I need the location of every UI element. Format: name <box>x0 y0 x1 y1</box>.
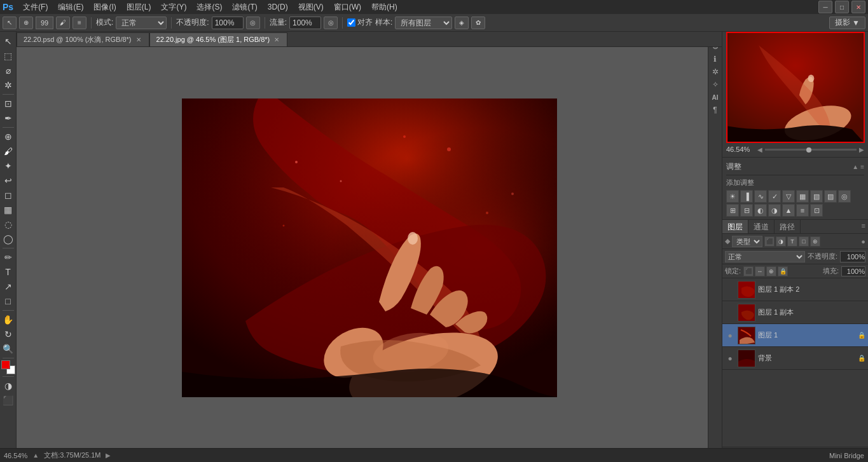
side-icon-ai[interactable]: AI <box>710 92 721 103</box>
filter-adjust[interactable]: ◑ <box>776 236 786 247</box>
opacity-input[interactable] <box>212 17 244 29</box>
zoom-handle[interactable] <box>806 147 811 153</box>
adj-threshold[interactable]: ▲ <box>782 204 795 217</box>
lock-all[interactable]: 🔒 <box>778 266 788 276</box>
tool-rotate-view[interactable]: ↻ <box>1 327 15 341</box>
tool-history-brush[interactable]: ↩ <box>1 173 15 187</box>
sample-option[interactable]: ◈ <box>455 17 469 29</box>
zoom-slider[interactable] <box>765 149 857 151</box>
menu-select[interactable]: 选择(S) <box>192 1 226 14</box>
flow-input[interactable] <box>289 17 321 29</box>
layer-item-2[interactable]: ● 图层 1 副本 <box>722 301 868 324</box>
status-arrow[interactable]: ▲ <box>32 452 39 459</box>
brush-settings[interactable]: 🖌 <box>56 17 70 29</box>
tool-text[interactable]: T <box>1 265 15 279</box>
adj-brightness[interactable]: ☀ <box>726 190 739 203</box>
adj-colorlookup[interactable]: ⊟ <box>740 204 753 217</box>
flow-toggle[interactable]: ◎ <box>324 17 338 29</box>
menu-image[interactable]: 图像(I) <box>89 1 120 14</box>
opacity-toggle[interactable]: ◎ <box>246 17 260 29</box>
layer-eye-2[interactable]: ● <box>725 308 735 318</box>
menu-text[interactable]: 文字(Y) <box>156 1 191 14</box>
sample-select[interactable]: 所有图层 <box>395 17 452 29</box>
adj-bw[interactable]: ▨ <box>824 190 837 203</box>
mode-select[interactable]: 正常 <box>116 17 167 29</box>
zoom-arrow-left[interactable]: ◀ <box>757 146 762 153</box>
tool-eyedropper[interactable]: ✒ <box>1 111 15 125</box>
menu-file[interactable]: 文件(F) <box>18 1 52 14</box>
menu-view[interactable]: 视图(V) <box>294 1 328 14</box>
tool-hand[interactable]: ✋ <box>1 313 15 327</box>
brush-size[interactable]: 99 <box>36 17 53 29</box>
color-swatches[interactable] <box>1 360 15 374</box>
tool-dodge[interactable]: ◯ <box>1 232 15 246</box>
tab-paths[interactable]: 路径 <box>775 220 801 233</box>
layer-item-3[interactable]: ● 图层 1 副本 2 <box>722 278 868 301</box>
menu-filter[interactable]: 滤镜(T) <box>228 1 261 14</box>
adj-options[interactable]: ≡ <box>860 163 864 170</box>
adj-posterize[interactable]: ◑ <box>768 204 781 217</box>
tool-quick-mask[interactable]: ◑ <box>1 379 15 393</box>
adj-invert[interactable]: ◐ <box>754 204 767 217</box>
filter-toggle[interactable]: ● <box>861 238 865 245</box>
layer-item-1[interactable]: ● 图层 1 🔒 <box>722 324 868 347</box>
tab-layers[interactable]: 图层 <box>722 220 748 233</box>
adj-channelmix[interactable]: ⊞ <box>726 204 739 217</box>
tool-screen-mode[interactable]: ⬛ <box>1 393 15 407</box>
adj-colorbalance[interactable]: ▧ <box>810 190 823 203</box>
side-icon-5[interactable]: ✲ <box>710 66 721 78</box>
filter-pixel[interactable]: ⬛ <box>764 236 775 247</box>
tool-eraser[interactable]: ◻ <box>1 188 15 202</box>
opacity-input[interactable] <box>840 251 865 262</box>
tool-lasso[interactable]: ⌀ <box>1 64 15 78</box>
tool-select-rect[interactable]: ⬚ <box>1 49 15 63</box>
adj-photofilter[interactable]: ◎ <box>838 190 851 203</box>
mini-bridge-label[interactable]: Mini Bridge <box>829 452 864 459</box>
side-icon-4[interactable]: ℹ <box>710 53 721 65</box>
lock-artboard[interactable]: ⊕ <box>766 266 776 276</box>
tab-jpg[interactable]: 22.20.jpg @ 46.5% (图层 1, RGB/8*) ✕ <box>149 32 288 46</box>
window-minimize[interactable]: ─ <box>818 1 832 13</box>
menu-help[interactable]: 帮助(H) <box>367 1 402 14</box>
canvas-area[interactable] <box>17 47 722 448</box>
tool-option2[interactable]: ⊕ <box>19 17 33 29</box>
filter-smart[interactable]: ⊛ <box>810 236 820 247</box>
filter-shape[interactable]: □ <box>799 236 809 247</box>
tool-blur[interactable]: ◌ <box>1 217 15 231</box>
adj-collapse[interactable]: ▲ <box>852 163 858 170</box>
layer-eye-1[interactable]: ● <box>725 330 735 341</box>
zoom-arrow-right[interactable]: ▶ <box>859 146 864 153</box>
menu-3d[interactable]: 3D(D) <box>263 1 293 13</box>
filter-type-select[interactable]: 类型 <box>732 236 762 247</box>
side-icon-6[interactable]: ✧ <box>710 79 721 90</box>
layer-eye-bg[interactable]: ● <box>725 353 735 363</box>
tool-gradient[interactable]: ▦ <box>1 203 15 217</box>
menu-window[interactable]: 窗口(W) <box>329 1 366 14</box>
tool-brush[interactable]: 🖌 <box>1 144 15 158</box>
tab-jpg-close[interactable]: ✕ <box>273 36 280 43</box>
tool-path-select[interactable]: ↗ <box>1 280 15 294</box>
adj-selective[interactable]: ⊡ <box>810 204 823 217</box>
window-close[interactable]: ✕ <box>851 1 865 13</box>
blend-mode-select[interactable]: 正常 <box>725 251 805 262</box>
filter-text[interactable]: T <box>787 236 797 247</box>
menu-edit[interactable]: 编辑(E) <box>53 1 88 14</box>
adj-vibrance[interactable]: ▽ <box>782 190 795 203</box>
tool-shape[interactable]: □ <box>1 294 15 308</box>
tab-psd-close[interactable]: ✕ <box>135 36 142 43</box>
tool-heal[interactable]: ⊕ <box>1 130 15 144</box>
extra-option[interactable]: ✿ <box>471 17 485 29</box>
side-icon-7[interactable]: ¶ <box>710 104 721 116</box>
foreground-color[interactable] <box>1 360 10 369</box>
tab-channels[interactable]: 通道 <box>748 220 775 233</box>
fill-input[interactable] <box>841 266 865 276</box>
adj-hue[interactable]: ▦ <box>796 190 809 203</box>
adj-curves[interactable]: ∿ <box>754 190 767 203</box>
menu-layer[interactable]: 图层(L) <box>122 1 156 14</box>
layers-panel-menu[interactable]: ≡ <box>859 220 868 233</box>
adj-exposure[interactable]: ✓ <box>768 190 781 203</box>
tool-pen[interactable]: ✏ <box>1 250 15 264</box>
layer-item-bg[interactable]: ● 背景 🔒 <box>722 347 868 370</box>
adj-levels[interactable]: ▐ <box>740 190 753 203</box>
status-arrow2[interactable]: ▶ <box>106 452 111 459</box>
